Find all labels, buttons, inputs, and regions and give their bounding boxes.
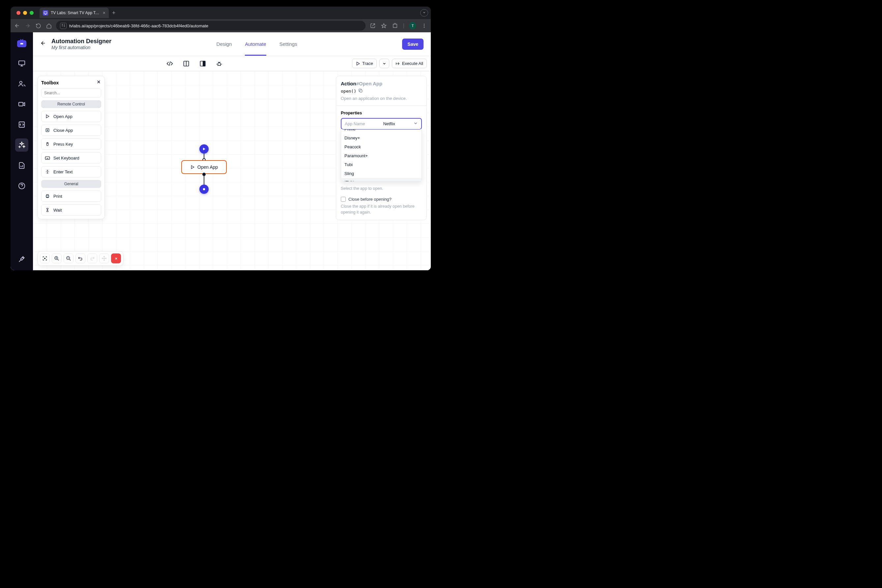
sub-toolbar: Trace Execute All: [33, 56, 431, 71]
svg-rect-25: [45, 157, 50, 159]
props-section-title: Properties: [341, 110, 422, 116]
app-logo-icon[interactable]: [16, 38, 28, 50]
browser-tab[interactable]: TV Labs: Smart TV App Testin ×: [39, 8, 109, 18]
close-before-opening-checkbox[interactable]: Close before opening?: [341, 197, 422, 202]
trace-dropdown-button[interactable]: [380, 58, 389, 68]
toolbox-title: Toolbox: [41, 80, 58, 86]
app-content: Automation Designer My first automation …: [10, 32, 431, 270]
checkbox-label: Close before opening?: [348, 197, 392, 202]
tab-favicon-icon: [43, 10, 48, 15]
tool-press-key[interactable]: Press Key: [41, 138, 101, 150]
bookmark-icon[interactable]: [381, 22, 387, 29]
dropdown-option[interactable]: Disney+: [341, 134, 422, 142]
props-title-suffix: #Open App: [356, 81, 382, 86]
rail-video-icon[interactable]: [15, 98, 28, 111]
nav-forward-button[interactable]: [24, 22, 31, 29]
dropdown-option[interactable]: Tubi: [341, 160, 422, 169]
open-external-icon[interactable]: [369, 22, 376, 29]
toolbox-section-remote: Remote Control: [41, 100, 101, 108]
tool-label: Press Key: [53, 142, 73, 147]
undo-icon[interactable]: [75, 254, 86, 263]
rail-file-icon[interactable]: [15, 159, 28, 172]
svg-point-1: [62, 24, 63, 25]
nav-back-button[interactable]: [14, 22, 20, 29]
toolbox-section-general: General: [41, 180, 101, 188]
zoom-out-icon[interactable]: [64, 254, 74, 263]
save-button[interactable]: Save: [402, 39, 423, 50]
tool-print[interactable]: Print: [41, 190, 101, 202]
action-node-label: Open App: [197, 165, 218, 170]
reload-button[interactable]: [35, 22, 42, 29]
code-view-icon[interactable]: [165, 59, 174, 68]
rail-code-icon[interactable]: [15, 118, 28, 131]
extensions-icon[interactable]: [392, 22, 399, 29]
trace-button[interactable]: Trace: [352, 58, 377, 68]
tool-open-app[interactable]: Open App: [41, 111, 101, 122]
move-icon[interactable]: [99, 254, 109, 263]
tab-settings[interactable]: Settings: [279, 32, 297, 56]
split-view-icon[interactable]: [182, 59, 191, 68]
chevron-down-icon: [413, 121, 418, 127]
window-controls: [13, 11, 39, 15]
tool-wait[interactable]: Wait: [41, 204, 101, 216]
minimize-window-button[interactable]: [23, 11, 27, 15]
tool-set-keyboard[interactable]: Set Keyboard: [41, 152, 101, 164]
tab-overflow-button[interactable]: [420, 9, 428, 16]
end-node[interactable]: [200, 184, 208, 194]
play-icon: [45, 114, 50, 119]
close-window-button[interactable]: [16, 11, 20, 15]
profile-avatar[interactable]: T: [409, 22, 416, 29]
rail-monitor-icon[interactable]: [15, 57, 28, 70]
back-arrow-icon[interactable]: [40, 40, 46, 48]
dropdown-option[interactable]: Paramount+: [341, 151, 422, 160]
start-node[interactable]: [200, 144, 208, 154]
dropdown-option[interactable]: Peacock: [341, 142, 422, 151]
svg-point-2: [64, 26, 64, 26]
dropdown-option[interactable]: Prime: [341, 129, 422, 134]
toolbox-close-icon[interactable]: [96, 80, 101, 86]
rail-tools-icon[interactable]: [15, 252, 28, 266]
tool-enter-text[interactable]: Enter Text: [41, 166, 101, 177]
app-name-dropdown: Prime Disney+ Peacock Paramount+ Tubi Sl…: [341, 129, 422, 182]
tab-design[interactable]: Design: [216, 32, 232, 56]
svg-point-24: [47, 143, 48, 143]
svg-rect-0: [44, 12, 47, 14]
delete-icon[interactable]: [111, 254, 121, 263]
svg-point-4: [424, 26, 425, 26]
tool-close-app[interactable]: Close App: [41, 124, 101, 136]
tab-close-icon[interactable]: ×: [103, 10, 105, 15]
maximize-window-button[interactable]: [30, 11, 34, 15]
new-tab-button[interactable]: +: [109, 9, 119, 16]
svg-rect-15: [203, 61, 206, 66]
browser-menu-icon[interactable]: [421, 22, 428, 29]
zoom-in-icon[interactable]: [52, 254, 62, 263]
printer-icon: [45, 194, 50, 199]
action-node-open-app[interactable]: Open App: [181, 160, 227, 174]
x-square-icon: [45, 128, 50, 133]
dropdown-option[interactable]: Sling: [341, 169, 422, 178]
bug-icon[interactable]: [214, 59, 224, 68]
rail-help-icon[interactable]: [15, 179, 28, 192]
nav-rail: [10, 32, 33, 270]
tab-automate[interactable]: Automate: [245, 32, 266, 56]
toolbox-search-input[interactable]: [41, 88, 101, 98]
execute-all-button[interactable]: Execute All: [392, 58, 427, 68]
properties-panel: Action#Open App open() Open an applicati…: [336, 76, 427, 220]
props-title-prefix: Action: [341, 81, 356, 86]
redo-icon[interactable]: [87, 254, 97, 263]
panel-right-icon[interactable]: [198, 59, 207, 68]
canvas-workspace[interactable]: Open App Toolbox Remote Contr: [33, 71, 431, 270]
app-name-select[interactable]: App Name Netflix: [341, 118, 422, 129]
copy-icon[interactable]: [358, 88, 363, 94]
dropdown-option[interactable]: ITVX: [341, 178, 422, 182]
home-button[interactable]: [45, 22, 52, 29]
rail-users-icon[interactable]: [15, 77, 28, 90]
trace-label: Trace: [362, 61, 373, 66]
site-settings-icon[interactable]: [60, 23, 67, 29]
tool-label: Wait: [53, 208, 62, 213]
help-text-select: Select the app to open.: [341, 186, 422, 191]
svg-rect-13: [184, 61, 189, 66]
url-input[interactable]: tvlabs.ai/app/projects/c46beab9-38fd-466…: [56, 21, 366, 31]
fit-view-icon[interactable]: [40, 254, 50, 263]
rail-sparkle-icon[interactable]: [15, 138, 28, 152]
